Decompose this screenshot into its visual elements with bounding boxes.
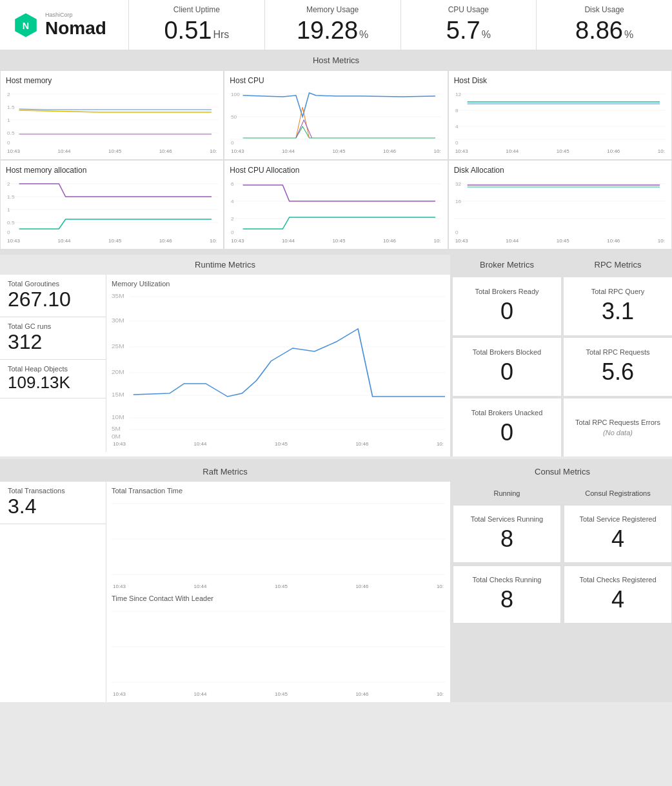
svg-text:2: 2 xyxy=(7,92,10,97)
svg-text:15M: 15M xyxy=(112,391,124,398)
raft-consul-section: Raft Metrics Total Transactions 3.4 Tota… xyxy=(0,459,672,702)
svg-text:2: 2 xyxy=(7,181,10,187)
svg-text:0.5: 0.5 xyxy=(7,220,15,226)
cpu-usage-box: CPU Usage 5.7% xyxy=(401,0,537,50)
runtime-stats-col: Total Goroutines 267.10 Total GC runs 31… xyxy=(0,275,106,452)
services-running-panel: Total Services Running 8 xyxy=(453,505,561,563)
service-registered-title: Total Service Registered xyxy=(579,515,656,523)
brokers-blocked-panel: Total Brokers Blocked 0 xyxy=(453,338,561,396)
brokers-ready-value: 0 xyxy=(500,298,513,325)
rpc-requests-title: Total RPC Requests xyxy=(586,348,649,356)
host-disk-xaxis: 10:4310:4410:4510:4610: xyxy=(454,148,666,154)
svg-text:6: 6 xyxy=(231,181,234,187)
svg-text:20M: 20M xyxy=(112,369,124,375)
host-memory-alloc-title: Host memory allocation xyxy=(6,166,218,175)
disk-alloc-chart: 32 16 0 xyxy=(454,177,666,235)
checks-registered-title: Total Checks Registered xyxy=(579,576,656,584)
client-uptime-box: Client Uptime 0.51Hrs xyxy=(129,0,265,50)
running-subheader: Running xyxy=(453,484,561,502)
raft-chart1-xaxis: 10:4310:4410:4510:4610: xyxy=(112,584,445,589)
host-mem-alloc-xaxis: 10:4310:4410:4510:4610: xyxy=(6,238,218,244)
disk-alloc-xaxis: 10:4310:4410:4510:4610: xyxy=(454,238,666,244)
heap-objects-stat: Total Heap Objects 109.13K xyxy=(0,360,106,398)
total-transactions-value: 3.4 xyxy=(8,495,98,518)
brokers-unacked-title: Total Brokers Unacked xyxy=(471,409,543,417)
svg-text:12: 12 xyxy=(455,92,462,97)
rpc-query-title: Total RPC Query xyxy=(591,288,645,295)
memory-util-col: Memory Utilization 35M 30M 25M 20M 15M 1… xyxy=(106,275,450,452)
broker-rpc-headers: Broker Metrics RPC Metrics xyxy=(453,255,672,275)
host-memory-panel: Host memory 2 1.5 1 0.5 0 10:4310:4410:4… xyxy=(0,70,224,160)
svg-text:0: 0 xyxy=(455,230,459,235)
consul-metrics-header: Consul Metrics xyxy=(453,462,672,482)
disk-usage-label: Disk Usage xyxy=(584,5,624,14)
host-cpu-panel: Host CPU 100 50 0 10:4310:4410:4510:4610… xyxy=(224,70,448,160)
disk-alloc-panel: Disk Allocation 32 16 0 10:4310:4410:451… xyxy=(448,160,672,250)
checks-running-title: Total Checks Running xyxy=(472,576,541,584)
host-memory-title: Host memory xyxy=(6,76,218,85)
raft-body: Total Transactions 3.4 Total Transaction… xyxy=(0,482,450,702)
rpc-query-panel: Total RPC Query 3.1 xyxy=(564,277,672,335)
goroutines-label: Total Goroutines xyxy=(8,280,98,288)
rpc-requests-panel: Total RPC Requests 5.6 xyxy=(564,338,672,396)
host-cpu-alloc-panel: Host CPU Allocation 6 4 2 0 10:4310:4410… xyxy=(224,160,448,250)
gc-runs-value: 312 xyxy=(8,330,98,354)
runtime-section: Runtime Metrics Total Goroutines 267.10 … xyxy=(0,255,450,457)
rpc-requests-value: 5.6 xyxy=(602,359,634,386)
checks-running-panel: Total Checks Running 8 xyxy=(453,565,561,624)
svg-text:30M: 30M xyxy=(112,317,124,324)
time-since-leader-label: Time Since Contact With Leader xyxy=(112,594,445,602)
brokers-unacked-panel: Total Brokers Unacked 0 xyxy=(453,398,561,457)
total-transactions-stat: Total Transactions 3.4 xyxy=(0,482,106,524)
host-cpu-xaxis: 10:4310:4410:4510:4610: xyxy=(230,148,442,154)
svg-text:0M: 0M xyxy=(112,433,121,438)
disk-usage-value: 8.86% xyxy=(575,17,633,44)
cpu-usage-value: 5.7% xyxy=(446,17,491,44)
svg-text:0: 0 xyxy=(7,230,10,235)
memory-usage-label: Memory Usage xyxy=(306,5,359,14)
host-disk-title: Host Disk xyxy=(454,76,666,85)
svg-text:N: N xyxy=(23,20,29,30)
goroutines-value: 267.10 xyxy=(8,288,98,311)
host-disk-panel: Host Disk 12 8 4 0 10:4310:4410:4510:461… xyxy=(448,70,672,160)
header: N HashiCorp Nomad Client Uptime 0.51Hrs … xyxy=(0,0,672,50)
memory-usage-box: Memory Usage 19.28% xyxy=(265,0,401,50)
host-cpu-alloc-xaxis: 10:4310:4410:4510:4610: xyxy=(230,238,442,244)
host-cpu-alloc-title: Host CPU Allocation xyxy=(230,166,442,175)
host-cpu-chart: 100 50 0 xyxy=(230,88,442,146)
brokers-blocked-value: 0 xyxy=(500,359,513,386)
services-running-value: 8 xyxy=(500,526,513,553)
heap-objects-value: 109.13K xyxy=(8,373,98,393)
total-transactions-label: Total Transactions xyxy=(8,487,98,495)
raft-section: Raft Metrics Total Transactions 3.4 Tota… xyxy=(0,462,450,702)
service-registered-value: 4 xyxy=(611,526,624,553)
consul-section: Consul Metrics Running Consul Registrati… xyxy=(453,462,672,702)
svg-text:8: 8 xyxy=(455,108,459,113)
brokers-ready-title: Total Brokers Ready xyxy=(475,288,539,295)
checks-registered-panel: Total Checks Registered 4 xyxy=(564,565,672,624)
checks-running-value: 8 xyxy=(500,586,513,613)
svg-text:10M: 10M xyxy=(112,414,124,420)
svg-text:0: 0 xyxy=(231,230,234,235)
raft-stats-col: Total Transactions 3.4 xyxy=(0,482,106,702)
host-cpu-title: Host CPU xyxy=(230,76,442,85)
runtime-broker-section: Runtime Metrics Total Goroutines 267.10 … xyxy=(0,252,672,457)
checks-registered-value: 4 xyxy=(611,586,624,613)
disk-alloc-title: Disk Allocation xyxy=(454,166,666,175)
memory-usage-value: 19.28% xyxy=(297,17,368,44)
heap-objects-label: Total Heap Objects xyxy=(8,365,98,373)
svg-text:1.5: 1.5 xyxy=(7,194,15,200)
svg-text:1: 1 xyxy=(7,117,10,123)
rpc-errors-panel: Total RPC Requests Errors (No data) xyxy=(564,398,672,457)
memory-util-chart: 35M 30M 25M 20M 15M 10M 5M 0M xyxy=(112,290,445,438)
broker-rpc-grid: Total Brokers Ready 0 Total RPC Query 3.… xyxy=(453,277,672,457)
raft-metrics-header: Raft Metrics xyxy=(0,462,450,482)
svg-text:2: 2 xyxy=(231,216,234,222)
host-cpu-alloc-chart: 6 4 2 0 xyxy=(230,177,442,235)
cpu-usage-label: CPU Usage xyxy=(448,5,489,14)
memory-util-xaxis: 10:4310:4410:4510:4610: xyxy=(112,441,445,447)
svg-text:4: 4 xyxy=(455,124,459,130)
runtime-metrics-header: Runtime Metrics xyxy=(0,255,450,275)
svg-text:32: 32 xyxy=(455,181,462,187)
raft-charts-col: Total Transaction Time 10:4310:4410:4510… xyxy=(106,482,450,702)
